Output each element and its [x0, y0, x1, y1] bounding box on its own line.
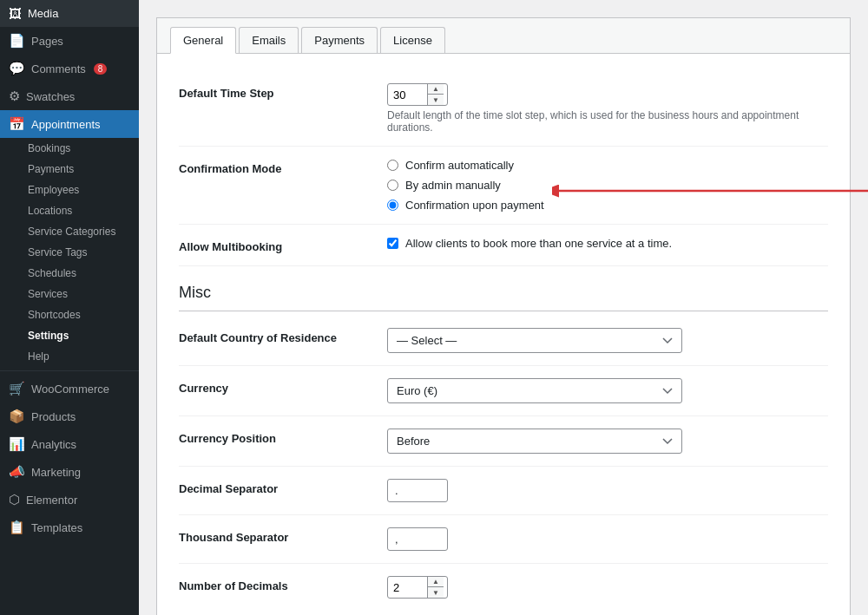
sidebar-item-label: Templates	[31, 521, 82, 534]
swatches-icon: ⚙	[9, 88, 20, 104]
templates-icon: 📋	[9, 520, 25, 535]
radio-option-payment[interactable]: Confirmation upon payment	[387, 199, 828, 212]
sidebar-item-marketing[interactable]: 📣 Marketing	[0, 458, 139, 486]
decimals-spinners: ▲ ▼	[427, 577, 444, 598]
radio-manual[interactable]	[387, 180, 398, 191]
marketing-icon: 📣	[9, 464, 25, 480]
time-step-input-wrap: ▲ ▼	[387, 83, 448, 106]
number-of-decimals-row: Number of Decimals ▲ ▼	[179, 564, 828, 611]
currency-select[interactable]: Euro (€) US Dollar ($) British Pound (£)	[387, 378, 682, 403]
sidebar-item-pages[interactable]: 📄 Pages	[0, 27, 139, 55]
sidebar-item-label: WooCommerce	[31, 383, 109, 396]
default-country-label: Default Country of Residence	[179, 328, 387, 344]
sidebar-sub-shortcodes[interactable]: Shortcodes	[0, 304, 139, 325]
sidebar-item-templates[interactable]: 📋 Templates	[0, 514, 139, 541]
sidebar-item-label: Analytics	[31, 438, 76, 451]
allow-multibooking-label: Allow Multibooking	[179, 237, 387, 253]
sidebar-item-woocommerce[interactable]: 🛒 WooCommerce	[0, 375, 139, 402]
currency-position-select[interactable]: Before After	[387, 429, 682, 454]
products-icon: 📦	[9, 409, 25, 424]
comments-badge: 8	[94, 63, 108, 75]
thousand-separator-input[interactable]	[387, 527, 448, 551]
radio-option-auto[interactable]: Confirm automatically	[387, 159, 828, 172]
sidebar-item-label: Elementor	[26, 494, 77, 507]
sidebar-sub-bookings[interactable]: Bookings	[0, 138, 139, 159]
sidebar-item-label: Swatches	[26, 90, 75, 103]
sidebar-sub-settings[interactable]: Settings	[0, 325, 139, 346]
sidebar-item-appointments[interactable]: 📅 Appointments	[0, 110, 139, 138]
sidebar-divider	[0, 370, 139, 371]
decimal-separator-control	[387, 479, 828, 502]
woocommerce-icon: 🛒	[9, 381, 25, 396]
sidebar-sub-schedules[interactable]: Schedules	[0, 263, 139, 284]
default-time-step-label: Default Time Step	[179, 83, 387, 100]
sidebar-sub-service-categories[interactable]: Service Categories	[0, 221, 139, 242]
multibooking-checkbox-label[interactable]: Allow clients to book more than one serv…	[387, 237, 828, 250]
decimals-down[interactable]: ▼	[428, 587, 444, 598]
decimal-separator-input[interactable]	[387, 479, 448, 502]
default-country-row: Default Country of Residence — Select —	[179, 316, 828, 366]
decimals-input[interactable]	[388, 578, 427, 598]
sidebar-item-swatches[interactable]: ⚙ Swatches	[0, 82, 139, 110]
sidebar-sub-payments[interactable]: Payments	[0, 159, 139, 180]
time-step-up[interactable]: ▲	[428, 84, 444, 95]
allow-multibooking-row: Allow Multibooking Allow clients to book…	[179, 225, 828, 266]
tab-bar: General Emails Payments License	[157, 18, 850, 54]
comments-icon: 💬	[9, 61, 25, 76]
currency-position-label: Currency Position	[179, 429, 387, 445]
confirmation-mode-control: Confirm automatically By admin manually	[387, 159, 828, 212]
tab-emails[interactable]: Emails	[239, 27, 299, 53]
decimals-up[interactable]: ▲	[428, 577, 444, 587]
sidebar-sub-services[interactable]: Services	[0, 284, 139, 304]
number-of-decimals-control: ▲ ▼	[387, 576, 828, 599]
number-of-decimals-label: Number of Decimals	[179, 576, 387, 592]
sidebar-item-products[interactable]: 📦 Products	[0, 402, 139, 430]
sidebar-item-label: Pages	[31, 35, 63, 48]
thousand-separator-label: Thousand Separator	[179, 527, 387, 544]
confirmation-radio-group: Confirm automatically By admin manually	[387, 159, 828, 212]
sidebar-item-label: Appointments	[31, 118, 101, 131]
time-step-input[interactable]	[388, 85, 427, 105]
default-country-select[interactable]: — Select —	[387, 328, 682, 353]
sidebar-item-analytics[interactable]: 📊 Analytics	[0, 430, 139, 458]
tab-license[interactable]: License	[380, 27, 445, 53]
sidebar: 🖼 Media 📄 Pages 💬 Comments 8 ⚙ Swatches …	[0, 0, 139, 615]
sidebar-item-label: Products	[31, 410, 76, 423]
media-icon: 🖼	[9, 6, 22, 21]
allow-multibooking-control: Allow clients to book more than one serv…	[387, 237, 828, 250]
misc-heading: Misc	[179, 266, 828, 311]
appointments-icon: 📅	[9, 116, 25, 132]
currency-control: Euro (€) US Dollar ($) British Pound (£)	[387, 378, 828, 403]
confirmation-mode-label: Confirmation Mode	[179, 159, 387, 175]
elementor-icon: ⬡	[9, 492, 20, 507]
time-step-spinners: ▲ ▼	[427, 84, 444, 105]
content-area: General Emails Payments License Default …	[156, 17, 851, 615]
time-step-down[interactable]: ▼	[428, 95, 444, 105]
default-country-control: — Select —	[387, 328, 828, 353]
main-content: General Emails Payments License Default …	[139, 0, 868, 615]
radio-payment[interactable]	[387, 200, 398, 211]
decimal-separator-label: Decimal Separator	[179, 479, 387, 495]
default-time-step-row: Default Time Step ▲ ▼ Default length of …	[179, 71, 828, 147]
sidebar-sub-service-tags[interactable]: Service Tags	[0, 242, 139, 263]
confirmation-mode-row: Confirmation Mode Confirm automatically …	[179, 147, 828, 225]
sidebar-item-media[interactable]: 🖼 Media	[0, 0, 139, 27]
sidebar-item-comments[interactable]: 💬 Comments 8	[0, 55, 139, 82]
sidebar-sub-employees[interactable]: Employees	[0, 180, 139, 200]
currency-label: Currency	[179, 378, 387, 395]
tab-general[interactable]: General	[170, 27, 236, 54]
sidebar-item-label: Media	[28, 7, 58, 20]
sidebar-item-elementor[interactable]: ⬡ Elementor	[0, 486, 139, 514]
currency-row: Currency Euro (€) US Dollar ($) British …	[179, 366, 828, 416]
sidebar-sub-help[interactable]: Help	[0, 346, 139, 367]
currency-position-row: Currency Position Before After	[179, 416, 828, 467]
sidebar-item-label: Marketing	[31, 466, 81, 479]
analytics-icon: 📊	[9, 436, 25, 452]
multibooking-checkbox[interactable]	[387, 238, 398, 249]
sidebar-sub-locations[interactable]: Locations	[0, 200, 139, 221]
tab-payments[interactable]: Payments	[301, 27, 378, 53]
sidebar-item-label: Comments	[31, 62, 86, 75]
pages-icon: 📄	[9, 33, 25, 49]
radio-option-manual[interactable]: By admin manually	[387, 179, 828, 192]
radio-auto[interactable]	[387, 160, 398, 171]
